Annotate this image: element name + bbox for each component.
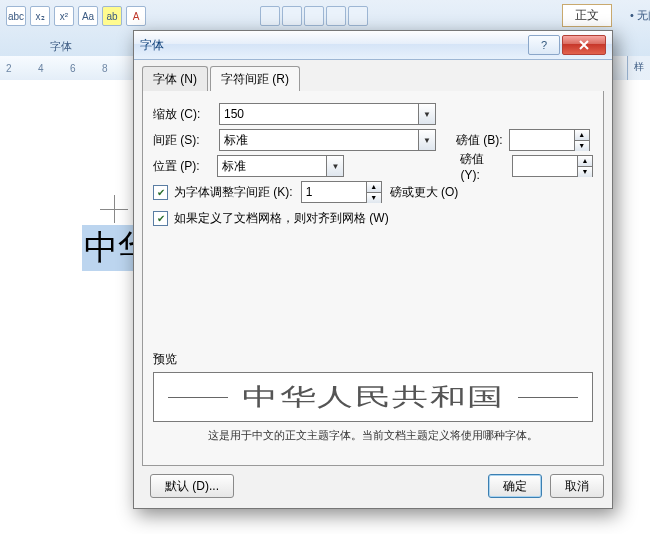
preview-sample-text: 中华人民共和国	[242, 381, 505, 413]
chevron-down-icon[interactable]: ▼	[418, 104, 435, 124]
align-left-icon[interactable]	[260, 6, 280, 26]
tab-panel-spacing: 缩放 (C): ▼ 间距 (S): ▼ 磅值 (B): ▲▼	[142, 91, 604, 466]
spacing-pts-label: 磅值 (B):	[456, 132, 503, 149]
tabs: 字体 (N) 字符间距 (R)	[142, 67, 604, 92]
superscript-icon[interactable]: x²	[54, 6, 74, 26]
help-button[interactable]: ?	[528, 35, 560, 55]
scale-combo[interactable]: ▼	[219, 103, 436, 125]
position-pts-label: 磅值 (Y):	[460, 151, 506, 182]
style-no-gap[interactable]: • 无间隔	[630, 8, 650, 23]
spin-up-icon[interactable]: ▲	[367, 182, 381, 192]
spacing-input[interactable]	[220, 131, 418, 149]
position-pts-spinner[interactable]: ▲▼	[512, 155, 593, 177]
line-spacing-icon[interactable]	[348, 6, 368, 26]
ribbon-group-label-font: 字体	[50, 39, 72, 54]
spin-down-icon[interactable]: ▼	[578, 166, 592, 177]
align-center-icon[interactable]	[282, 6, 302, 26]
ruler-tick: 2	[6, 63, 38, 74]
ruler-tick: 8	[102, 63, 134, 74]
snapgrid-label: 如果定义了文档网格，则对齐到网格 (W)	[174, 210, 389, 227]
spacing-label: 间距 (S):	[153, 132, 219, 149]
style-body[interactable]: 正文	[562, 4, 612, 27]
check-icon: ✔	[153, 211, 168, 226]
preview-line-icon	[168, 397, 228, 398]
ribbon-font-icons: abc x₂ x² Aa ab A	[6, 6, 146, 26]
spin-up-icon[interactable]: ▲	[575, 130, 589, 140]
spin-down-icon[interactable]: ▼	[367, 192, 381, 203]
dialog-footer: 默认 (D)... 确定 取消	[142, 472, 604, 500]
preview-box: 中华人民共和国	[153, 372, 593, 422]
strikethrough-icon[interactable]: abc	[6, 6, 26, 26]
dialog-title-text: 字体	[140, 37, 164, 54]
ribbon-paragraph-icons	[260, 6, 368, 26]
tab-char-spacing[interactable]: 字符间距 (R)	[210, 66, 300, 92]
preview-description: 这是用于中文的正文主题字体。当前文档主题定义将使用哪种字体。	[153, 428, 593, 443]
kerning-checkbox[interactable]: ✔ 为字体调整字间距 (K):	[153, 184, 293, 201]
kerning-spinner[interactable]: ▲▼	[301, 181, 382, 203]
ruler-tick: 6	[70, 63, 102, 74]
check-icon: ✔	[153, 185, 168, 200]
scale-label: 缩放 (C):	[153, 106, 219, 123]
spacing-combo[interactable]: ▼	[219, 129, 436, 151]
preview-section-label: 预览	[153, 351, 593, 368]
position-label: 位置 (P):	[153, 158, 217, 175]
kerning-label: 为字体调整字间距 (K):	[174, 184, 293, 201]
subscript-icon[interactable]: x₂	[30, 6, 50, 26]
chevron-down-icon[interactable]: ▼	[418, 130, 435, 150]
position-input[interactable]	[218, 157, 326, 175]
position-combo[interactable]: ▼	[217, 155, 344, 177]
snapgrid-checkbox[interactable]: ✔ 如果定义了文档网格，则对齐到网格 (W)	[153, 210, 389, 227]
right-label: 样	[628, 60, 650, 74]
font-color-icon[interactable]: A	[126, 6, 146, 26]
default-button[interactable]: 默认 (D)...	[150, 474, 234, 498]
spacing-pts-spinner[interactable]: ▲▼	[509, 129, 590, 151]
preview-line-icon	[518, 397, 578, 398]
change-case-icon[interactable]: Aa	[78, 6, 98, 26]
cursor-cross-icon	[100, 195, 130, 225]
font-dialog: 字体 ? 字体 (N) 字符间距 (R) 缩放 (C): ▼ 间距 (S):	[133, 30, 613, 509]
close-icon	[578, 40, 590, 50]
spacing-pts-input[interactable]	[510, 131, 574, 149]
close-button[interactable]	[562, 35, 606, 55]
scale-input[interactable]	[220, 105, 418, 123]
ok-button[interactable]: 确定	[488, 474, 542, 498]
kerning-unit: 磅或更大 (O)	[390, 184, 459, 201]
chevron-down-icon[interactable]: ▼	[326, 156, 343, 176]
align-right-icon[interactable]	[304, 6, 324, 26]
spin-up-icon[interactable]: ▲	[578, 156, 592, 166]
ruler-tick: 4	[38, 63, 70, 74]
tab-font[interactable]: 字体 (N)	[142, 66, 208, 92]
highlight-icon[interactable]: ab	[102, 6, 122, 26]
cancel-button[interactable]: 取消	[550, 474, 604, 498]
align-justify-icon[interactable]	[326, 6, 346, 26]
position-pts-input[interactable]	[513, 157, 577, 175]
kerning-input[interactable]	[302, 183, 366, 201]
dialog-titlebar[interactable]: 字体 ?	[134, 31, 612, 60]
spin-down-icon[interactable]: ▼	[575, 140, 589, 151]
